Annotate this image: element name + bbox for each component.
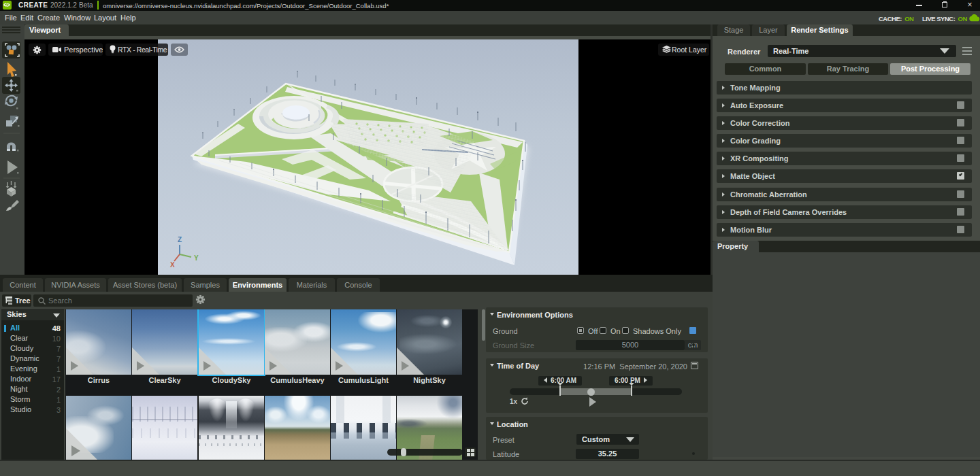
svg-text:Y: Y bbox=[194, 254, 199, 262]
svg-text:X: X bbox=[170, 261, 175, 269]
svg-text:Z: Z bbox=[178, 236, 182, 243]
